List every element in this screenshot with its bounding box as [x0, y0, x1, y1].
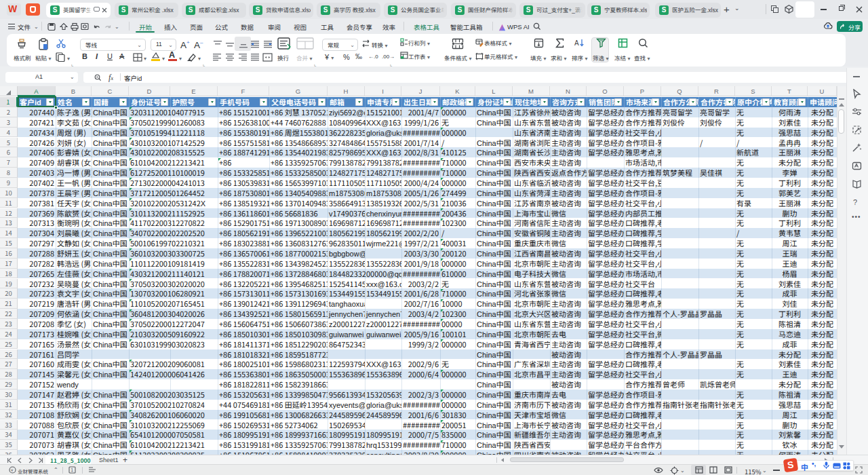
svg-text:1: 1 — [71, 468, 73, 472]
svg-text:¥: ¥ — [11, 468, 14, 472]
svg-text:A: A — [574, 39, 579, 47]
